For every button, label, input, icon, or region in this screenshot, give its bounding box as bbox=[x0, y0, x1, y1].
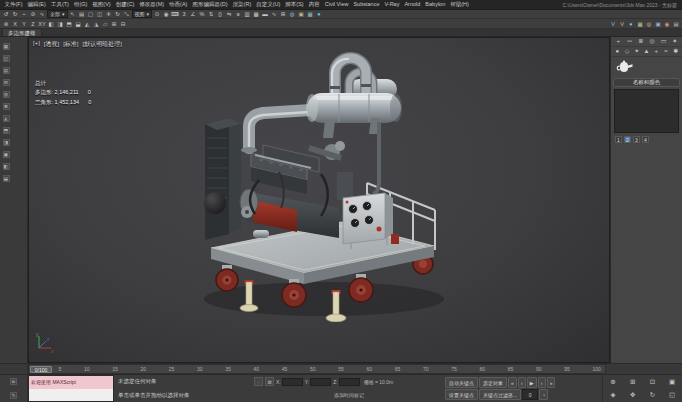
cat-shapes-icon[interactable]: ◇ bbox=[623, 47, 632, 56]
tab-utilities-icon[interactable]: ✶ bbox=[670, 37, 680, 46]
cat-spacewarps-icon[interactable]: ≈ bbox=[662, 47, 671, 56]
menu-item[interactable]: 渲染(R) bbox=[230, 0, 254, 9]
toolbar-icon[interactable]: ◮ bbox=[92, 20, 100, 28]
named-sets-icon[interactable]: {} bbox=[216, 10, 224, 18]
layer-explorer-icon[interactable]: ▦ bbox=[252, 10, 260, 18]
toolbar-icon[interactable]: ⬓ bbox=[74, 20, 82, 28]
render-setup-icon[interactable]: ▣ bbox=[297, 10, 305, 18]
menu-item[interactable]: 动画(A) bbox=[167, 0, 190, 9]
maximize-viewport-icon[interactable]: ◱ bbox=[669, 392, 675, 399]
toolbar-icon[interactable]: ▱ bbox=[101, 20, 109, 28]
schematic-view-icon[interactable]: ⊞ bbox=[279, 10, 287, 18]
toolbar-icon[interactable]: ◨ bbox=[56, 20, 64, 28]
select-scale-icon[interactable]: ⤡ bbox=[123, 10, 131, 18]
tab-display-icon[interactable]: ▭ bbox=[658, 37, 668, 46]
prev-frame-icon[interactable]: ‹ bbox=[518, 377, 526, 388]
select-object-icon[interactable]: ↖ bbox=[69, 10, 77, 18]
selection-set-dropdown[interactable]: 选定对象 bbox=[479, 377, 507, 388]
scene-explorer-icon[interactable]: ▥ bbox=[243, 10, 251, 18]
ribbon-tab-polygon-modeling[interactable]: 多边形建模 bbox=[2, 28, 42, 36]
menu-item[interactable]: 编辑(E) bbox=[25, 0, 48, 9]
reference-coordinate-dropdown[interactable]: 视图 ▾ bbox=[132, 10, 153, 18]
cat-lights-icon[interactable]: ✦ bbox=[632, 47, 641, 56]
link-icon[interactable]: ⌁ bbox=[20, 10, 28, 18]
snap-3d-icon[interactable]: 3 bbox=[180, 10, 188, 18]
menu-item[interactable]: 文件(F) bbox=[2, 0, 25, 9]
vray-render-icon[interactable]: ● bbox=[627, 20, 635, 28]
vray-light-icon[interactable]: ▣ bbox=[654, 20, 662, 28]
object-name-field[interactable] bbox=[614, 89, 679, 133]
window-crossing-icon[interactable]: ◫ bbox=[96, 10, 104, 18]
tab-modify-icon[interactable]: ∾ bbox=[624, 37, 634, 46]
align-icon[interactable]: ≡ bbox=[234, 10, 242, 18]
cat-cameras-icon[interactable]: ▲ bbox=[642, 47, 651, 56]
tab-motion-icon[interactable]: ◎ bbox=[647, 37, 657, 46]
isolate-selection-icon[interactable]: ◌ bbox=[254, 377, 263, 386]
dock-icon[interactable]: ◧ bbox=[3, 163, 10, 170]
next-frame-icon[interactable]: › bbox=[538, 377, 546, 388]
tab-hierarchy-icon[interactable]: ≣ bbox=[636, 37, 646, 46]
status-corner-icon[interactable]: ✎ bbox=[10, 392, 17, 399]
vray-menu-icon[interactable]: V bbox=[609, 20, 617, 28]
go-start-icon[interactable]: « bbox=[508, 377, 517, 388]
set-key-button[interactable]: 设置关键点 bbox=[445, 389, 478, 400]
menu-item[interactable]: Civil View bbox=[322, 0, 351, 9]
menu-item[interactable]: 创建(C) bbox=[113, 0, 137, 9]
select-move-icon[interactable]: ✢ bbox=[105, 10, 113, 18]
z-input[interactable] bbox=[339, 378, 360, 386]
menu-item[interactable]: 工具(T) bbox=[48, 0, 71, 9]
dock-icon[interactable]: ◫ bbox=[3, 55, 10, 62]
axis-z-constraint-icon[interactable]: Z bbox=[29, 20, 37, 28]
menu-item[interactable]: 脚本(S) bbox=[283, 0, 306, 9]
selection-filter-dropdown[interactable]: 全部 ▾ bbox=[47, 10, 68, 18]
menu-item[interactable]: 帮助(H) bbox=[448, 0, 472, 9]
status-corner-icon[interactable]: ≣ bbox=[10, 378, 17, 385]
percent-snap-icon[interactable]: % bbox=[198, 10, 206, 18]
add-time-tag[interactable]: 添加时间标记 bbox=[334, 392, 364, 398]
use-pivot-icon[interactable]: ⊙ bbox=[153, 10, 161, 18]
vray-framebuffer-icon[interactable]: ▦ bbox=[636, 20, 644, 28]
menu-item[interactable]: 内容 bbox=[306, 0, 322, 9]
toolbar-icon[interactable]: ◧ bbox=[47, 20, 55, 28]
vray-camera-icon[interactable]: V bbox=[618, 20, 626, 28]
vray-dome-icon[interactable]: ◉ bbox=[663, 20, 671, 28]
vray-list-icon[interactable]: ▤ bbox=[672, 20, 680, 28]
orbit-icon[interactable]: ↻ bbox=[650, 392, 655, 399]
snap-target-icon[interactable]: ⊛ bbox=[2, 20, 10, 28]
keyboard-override-icon[interactable]: ⌨ bbox=[171, 10, 179, 18]
viewport-label-segment[interactable]: [+] bbox=[33, 40, 40, 49]
listener-macro-line[interactable]: 欢迎使用 MAXScript bbox=[29, 376, 113, 389]
panel-page-button[interactable]: 2 bbox=[624, 136, 631, 143]
menu-item[interactable]: 自定义(U) bbox=[254, 0, 283, 9]
cat-geometry-icon[interactable]: ● bbox=[613, 47, 622, 56]
dock-icon[interactable]: ◨ bbox=[3, 139, 10, 146]
time-config-icon[interactable]: ◔ bbox=[539, 389, 548, 400]
dock-icon[interactable]: ⬒ bbox=[3, 127, 10, 134]
region-select-icon[interactable]: ▢ bbox=[87, 10, 95, 18]
render-icon[interactable]: ● bbox=[315, 10, 323, 18]
tab-create-icon[interactable]: + bbox=[613, 37, 623, 46]
zoom-all-icon[interactable]: ⊞ bbox=[630, 379, 635, 386]
viewport-label-segment[interactable]: [透视] bbox=[44, 40, 59, 49]
diesel-engine-cart-model[interactable] bbox=[189, 52, 479, 322]
key-filters-button[interactable]: 关键点过滤器... bbox=[479, 389, 521, 400]
spinner-snap-icon[interactable]: ⇅ bbox=[207, 10, 215, 18]
dock-icon[interactable]: ▣ bbox=[3, 151, 10, 158]
toolbar-icon[interactable]: ⊞ bbox=[110, 20, 118, 28]
ribbon-toggle-icon[interactable]: ▬ bbox=[261, 10, 269, 18]
unlink-icon[interactable]: ⊘ bbox=[29, 10, 37, 18]
redo-icon[interactable]: ↻ bbox=[11, 10, 19, 18]
menu-item[interactable]: 组(G) bbox=[71, 0, 89, 9]
select-by-name-icon[interactable]: ▤ bbox=[78, 10, 86, 18]
menu-item[interactable]: 修改器(M) bbox=[137, 0, 167, 9]
menu-item[interactable]: 图形编辑器(D) bbox=[190, 0, 230, 9]
dock-icon[interactable]: ▦ bbox=[3, 43, 10, 50]
panel-page-button[interactable]: 3 bbox=[633, 136, 640, 143]
y-input[interactable] bbox=[310, 378, 331, 386]
menu-item[interactable]: 视图(V) bbox=[90, 0, 113, 9]
panel-page-button[interactable]: 1 bbox=[615, 136, 622, 143]
panel-page-button[interactable]: 4 bbox=[642, 136, 649, 143]
toolbar-icon[interactable]: ⬒ bbox=[65, 20, 73, 28]
menu-item[interactable]: Babylon bbox=[423, 0, 448, 9]
track-bar[interactable]: 0/100 0510152025303540455055606570758085… bbox=[28, 364, 606, 374]
